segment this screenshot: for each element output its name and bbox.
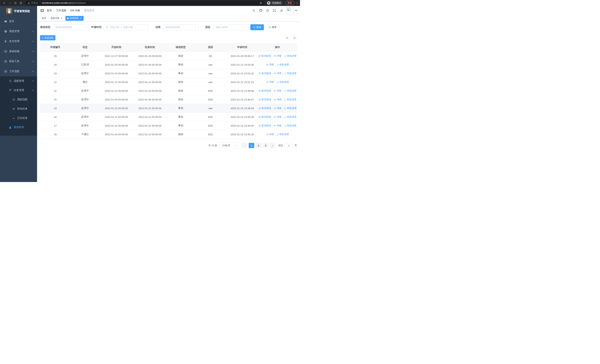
cell-id: 16	[40, 133, 70, 136]
cell-id: 24	[40, 63, 70, 66]
sidebar-item-process-management[interactable]: 流程管理	[0, 76, 37, 86]
detail-link[interactable]: 详情	[273, 98, 281, 101]
sidebar-item-workflow[interactable]: 工作流程	[0, 66, 37, 76]
smiley-face-icon	[12, 98, 15, 101]
page-button-2[interactable]: 2	[256, 143, 261, 148]
tab-home[interactable]: 首页	[40, 16, 48, 21]
breadcrumb-workflow[interactable]: 工作流程	[56, 9, 66, 12]
browser-update-button[interactable]: 更新	[285, 1, 294, 5]
tab-process-detail[interactable]: 流程详情 ✕	[49, 16, 65, 21]
detail-link[interactable]: 详情	[266, 133, 274, 136]
detail-label: 详情	[277, 54, 281, 58]
goto-page-input[interactable]: 1	[285, 143, 293, 148]
approval-progress-link[interactable]: 审批进度	[284, 72, 297, 75]
page-button-3[interactable]: 3	[263, 143, 268, 148]
page-button-1[interactable]: 1	[249, 143, 254, 148]
bookmark-star-icon[interactable]	[259, 1, 262, 4]
column-header: 结束时间	[133, 46, 167, 49]
fullscreen-icon[interactable]	[272, 9, 276, 12]
approval-progress-link[interactable]: 审批进度	[276, 80, 289, 84]
search-icon[interactable]	[252, 9, 256, 12]
approval-progress-link[interactable]: 审批进度	[284, 89, 297, 93]
close-icon[interactable]: ✕	[60, 17, 63, 20]
browser-menu-icon[interactable]	[297, 2, 297, 4]
cell-reason: EEE	[195, 90, 226, 92]
sidebar-item-todo-tasks[interactable]: 待办任务	[0, 104, 37, 113]
approval-progress-link[interactable]: 审批进度	[284, 115, 297, 119]
sidebar-collapse-icon[interactable]	[40, 9, 44, 13]
result-select[interactable]: 请选择流结果	[163, 24, 199, 30]
avatar[interactable]	[286, 7, 293, 14]
detail-link[interactable]: 详情	[273, 107, 281, 110]
approval-progress-link[interactable]: 审批进度	[276, 133, 289, 136]
cell-leave-type: 事假	[167, 115, 195, 119]
cancel-leave-link[interactable]: 取消请假	[259, 89, 271, 93]
cell-reason: eee	[195, 72, 226, 75]
cell-status: 处理中	[70, 124, 100, 127]
sidebar-item-task-management[interactable]: 任务管理	[0, 86, 37, 95]
cancel-leave-link[interactable]: 取消请假	[259, 124, 271, 127]
reason-input[interactable]: 请输入原因	[213, 24, 249, 30]
detail-link[interactable]: 详情	[273, 72, 281, 75]
breadcrumb-oa-example[interactable]: OA 示例	[70, 9, 80, 12]
detail-link[interactable]: 详情	[273, 124, 281, 127]
breadcrumb-home[interactable]: 首页	[47, 9, 52, 12]
approval-progress-link[interactable]: 审批进度	[284, 98, 297, 101]
cancel-leave-link[interactable]: 取消请假	[259, 54, 271, 58]
app-logo-row[interactable]: 芋道管理系统	[0, 6, 37, 16]
table-toolbar: + 发起请假	[40, 35, 297, 40]
detail-link[interactable]: 详情	[266, 63, 274, 66]
sidebar-item-my-process[interactable]: 我的流程	[0, 95, 37, 104]
cell-start-time: 2022-01-03 00:00:00	[100, 72, 133, 75]
page-size-select[interactable]: 10条/页	[220, 143, 238, 148]
sidebar-item-leave-query[interactable]: 请假查询	[0, 123, 37, 132]
approval-progress-link[interactable]: 审批进度	[276, 63, 289, 66]
approval-progress-link[interactable]: 审批进度	[284, 107, 297, 110]
cell-start-time: 2022-01-22 00:00:00	[100, 90, 133, 92]
detail-link[interactable]: 详情	[266, 80, 274, 84]
detail-label: 详情	[269, 80, 274, 84]
cancel-leave-link[interactable]: 取消请假	[259, 115, 271, 119]
tab-leave-query[interactable]: 请假查询 ✕	[66, 16, 84, 21]
cell-status: 已取消	[70, 63, 100, 66]
next-page-button[interactable]: ›	[270, 143, 275, 148]
browser-reload-icon[interactable]	[13, 0, 18, 5]
prev-page-button[interactable]: ‹	[242, 143, 247, 148]
close-icon[interactable]: ✕	[79, 17, 82, 20]
approval-progress-link[interactable]: 审批进度	[284, 54, 297, 58]
refresh-table-icon[interactable]	[292, 35, 297, 40]
cancel-leave-link[interactable]: 取消请假	[259, 107, 271, 110]
browser-forward-icon[interactable]	[7, 0, 12, 5]
approval-progress-link[interactable]: 审批进度	[284, 124, 297, 127]
column-header: 申请时间	[226, 46, 258, 49]
browser-home-icon[interactable]	[19, 0, 23, 5]
cancel-leave-link[interactable]: 取消请假	[259, 98, 271, 101]
cell-reason: EE	[195, 55, 226, 57]
cancel-leave-link[interactable]: 取消请假	[259, 72, 271, 75]
cell-apply-time: 2022-01-22 23:46:04	[226, 107, 258, 110]
reset-button[interactable]: 重置	[266, 24, 279, 30]
help-icon[interactable]	[266, 9, 269, 12]
github-icon[interactable]	[259, 9, 262, 12]
apply-time-range-picker[interactable]: 开始日期 - 结束日期	[103, 24, 149, 30]
create-leave-button[interactable]: + 发起请假	[40, 35, 56, 40]
detail-link[interactable]: 详情	[273, 54, 281, 58]
sidebar-item-home[interactable]: 首页	[0, 16, 37, 26]
sidebar-item-devtools[interactable]: 研发工具	[0, 56, 37, 66]
leave-type-select[interactable]: 请选择请假类型	[53, 24, 89, 30]
url-bar[interactable]: 不安全 dashboard.yudao.iocoder.cn/bpm/oa/le…	[26, 1, 264, 5]
sidebar-item-label: 基础设施	[9, 50, 19, 53]
sidebar-item-done-tasks[interactable]: 已办任务	[0, 113, 37, 123]
sidebar-item-infrastructure[interactable]: 基础设施	[0, 46, 37, 56]
page-size-value: 10条/页	[222, 144, 230, 147]
sidebar-item-payment[interactable]: ¥ 支付管理	[0, 36, 37, 46]
search-button[interactable]: 搜索	[250, 24, 264, 30]
detail-link[interactable]: 详情	[273, 89, 281, 93]
reset-button-label: 重置	[272, 26, 277, 29]
avatar-dropdown-caret[interactable]	[295, 10, 297, 11]
detail-link[interactable]: 详情	[273, 115, 281, 119]
browser-back-icon[interactable]	[2, 0, 7, 5]
sidebar-item-system[interactable]: 系统管理	[0, 26, 37, 36]
font-size-icon[interactable]: TT	[280, 9, 283, 12]
show-search-toggle-icon[interactable]	[285, 35, 290, 40]
